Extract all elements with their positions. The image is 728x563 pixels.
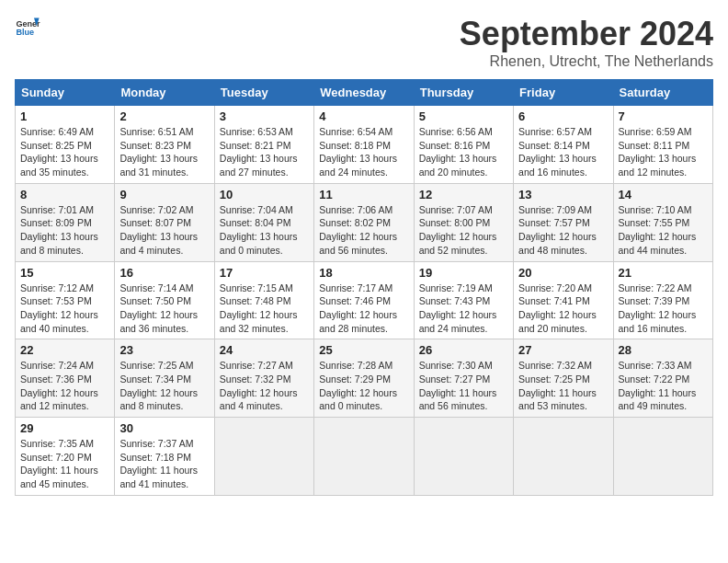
- calendar-cell: 26Sunrise: 7:30 AM Sunset: 7:27 PM Dayli…: [414, 339, 513, 418]
- day-number: 12: [419, 188, 508, 201]
- calendar-cell: 12Sunrise: 7:07 AM Sunset: 8:00 PM Dayli…: [414, 183, 513, 261]
- day-number: 27: [518, 343, 608, 357]
- calendar-cell: 11Sunrise: 7:06 AM Sunset: 8:02 PM Dayli…: [314, 183, 414, 261]
- day-info: Sunrise: 6:56 AM Sunset: 8:16 PM Dayligh…: [419, 125, 508, 179]
- column-header-monday: Monday: [115, 80, 214, 106]
- calendar-cell: 29Sunrise: 7:35 AM Sunset: 7:20 PM Dayli…: [16, 418, 115, 496]
- calendar-cell: 14Sunrise: 7:10 AM Sunset: 7:55 PM Dayli…: [613, 183, 712, 261]
- calendar-cell: 25Sunrise: 7:28 AM Sunset: 7:29 PM Dayli…: [314, 339, 414, 418]
- day-info: Sunrise: 7:01 AM Sunset: 8:09 PM Dayligh…: [20, 203, 109, 258]
- day-number: 22: [20, 343, 109, 357]
- day-info: Sunrise: 7:30 AM Sunset: 7:27 PM Dayligh…: [419, 359, 508, 413]
- calendar-cell: 3Sunrise: 6:53 AM Sunset: 8:21 PM Daylig…: [214, 106, 313, 184]
- header: General Blue September 2024 Rhenen, Utre…: [15, 15, 713, 70]
- day-info: Sunrise: 7:37 AM Sunset: 7:18 PM Dayligh…: [119, 437, 209, 491]
- day-info: Sunrise: 7:25 AM Sunset: 7:34 PM Dayligh…: [119, 359, 209, 413]
- day-info: Sunrise: 7:17 AM Sunset: 7:46 PM Dayligh…: [319, 282, 408, 336]
- day-info: Sunrise: 7:19 AM Sunset: 7:43 PM Dayligh…: [419, 282, 508, 336]
- day-number: 26: [419, 343, 508, 357]
- logo-icon: General Blue: [15, 15, 40, 40]
- calendar-cell: 23Sunrise: 7:25 AM Sunset: 7:34 PM Dayli…: [115, 339, 214, 418]
- day-number: 17: [220, 266, 309, 280]
- day-info: Sunrise: 7:04 AM Sunset: 8:04 PM Dayligh…: [220, 203, 309, 258]
- day-info: Sunrise: 6:59 AM Sunset: 8:11 PM Dayligh…: [619, 125, 708, 179]
- day-number: 14: [619, 188, 708, 201]
- calendar-cell: 4Sunrise: 6:54 AM Sunset: 8:18 PM Daylig…: [314, 106, 414, 184]
- day-number: 28: [619, 343, 708, 357]
- calendar-cell: 24Sunrise: 7:27 AM Sunset: 7:32 PM Dayli…: [214, 339, 313, 418]
- day-number: 3: [220, 109, 309, 123]
- day-number: 6: [518, 109, 608, 123]
- day-info: Sunrise: 7:33 AM Sunset: 7:22 PM Dayligh…: [619, 359, 708, 413]
- month-title: September 2024: [460, 15, 713, 53]
- calendar-cell: 13Sunrise: 7:09 AM Sunset: 7:57 PM Dayli…: [514, 183, 613, 261]
- day-info: Sunrise: 6:53 AM Sunset: 8:21 PM Dayligh…: [220, 125, 309, 179]
- day-info: Sunrise: 7:27 AM Sunset: 7:32 PM Dayligh…: [220, 359, 309, 413]
- day-number: 11: [319, 188, 408, 201]
- column-header-saturday: Saturday: [613, 80, 712, 106]
- day-number: 13: [518, 188, 608, 201]
- calendar-cell: 19Sunrise: 7:19 AM Sunset: 7:43 PM Dayli…: [414, 261, 513, 339]
- day-info: Sunrise: 7:35 AM Sunset: 7:20 PM Dayligh…: [20, 437, 109, 491]
- day-number: 4: [319, 109, 408, 123]
- calendar-cell: 5Sunrise: 6:56 AM Sunset: 8:16 PM Daylig…: [414, 106, 513, 184]
- day-info: Sunrise: 7:32 AM Sunset: 7:25 PM Dayligh…: [518, 359, 608, 413]
- calendar-cell: 27Sunrise: 7:32 AM Sunset: 7:25 PM Dayli…: [514, 339, 613, 418]
- calendar-cell: 16Sunrise: 7:14 AM Sunset: 7:50 PM Dayli…: [115, 261, 214, 339]
- calendar-header-row: SundayMondayTuesdayWednesdayThursdayFrid…: [16, 80, 713, 106]
- day-info: Sunrise: 7:07 AM Sunset: 8:00 PM Dayligh…: [419, 203, 508, 258]
- calendar-week-row: 15Sunrise: 7:12 AM Sunset: 7:53 PM Dayli…: [16, 261, 713, 339]
- calendar-cell: 18Sunrise: 7:17 AM Sunset: 7:46 PM Dayli…: [314, 261, 414, 339]
- day-info: Sunrise: 7:12 AM Sunset: 7:53 PM Dayligh…: [20, 282, 109, 336]
- calendar-cell: 30Sunrise: 7:37 AM Sunset: 7:18 PM Dayli…: [115, 418, 214, 496]
- calendar-table: SundayMondayTuesdayWednesdayThursdayFrid…: [15, 79, 713, 496]
- calendar-cell: 28Sunrise: 7:33 AM Sunset: 7:22 PM Dayli…: [613, 339, 712, 418]
- svg-text:Blue: Blue: [16, 28, 34, 37]
- location-subtitle: Rhenen, Utrecht, The Netherlands: [460, 53, 713, 70]
- calendar-week-row: 1Sunrise: 6:49 AM Sunset: 8:25 PM Daylig…: [16, 106, 713, 184]
- column-header-wednesday: Wednesday: [314, 80, 414, 106]
- column-header-tuesday: Tuesday: [214, 80, 313, 106]
- day-number: 18: [319, 266, 408, 280]
- calendar-cell: [214, 418, 313, 496]
- day-info: Sunrise: 7:24 AM Sunset: 7:36 PM Dayligh…: [20, 359, 109, 413]
- day-number: 16: [119, 266, 209, 280]
- column-header-sunday: Sunday: [16, 80, 115, 106]
- day-number: 1: [20, 109, 109, 123]
- day-info: Sunrise: 6:49 AM Sunset: 8:25 PM Dayligh…: [20, 125, 109, 179]
- day-number: 25: [319, 343, 408, 357]
- calendar-cell: 22Sunrise: 7:24 AM Sunset: 7:36 PM Dayli…: [16, 339, 115, 418]
- calendar-cell: 2Sunrise: 6:51 AM Sunset: 8:23 PM Daylig…: [115, 106, 214, 184]
- calendar-cell: 20Sunrise: 7:20 AM Sunset: 7:41 PM Dayli…: [514, 261, 613, 339]
- calendar-cell: 17Sunrise: 7:15 AM Sunset: 7:48 PM Dayli…: [214, 261, 313, 339]
- column-header-friday: Friday: [514, 80, 613, 106]
- day-info: Sunrise: 7:14 AM Sunset: 7:50 PM Dayligh…: [119, 282, 209, 336]
- calendar-week-row: 8Sunrise: 7:01 AM Sunset: 8:09 PM Daylig…: [16, 183, 713, 261]
- day-number: 9: [119, 188, 209, 201]
- day-info: Sunrise: 7:10 AM Sunset: 7:55 PM Dayligh…: [619, 203, 708, 258]
- calendar-cell: 15Sunrise: 7:12 AM Sunset: 7:53 PM Dayli…: [16, 261, 115, 339]
- column-header-thursday: Thursday: [414, 80, 513, 106]
- day-info: Sunrise: 7:28 AM Sunset: 7:29 PM Dayligh…: [319, 359, 408, 413]
- calendar-body: 1Sunrise: 6:49 AM Sunset: 8:25 PM Daylig…: [16, 106, 713, 496]
- logo: General Blue: [15, 15, 40, 40]
- calendar-cell: 7Sunrise: 6:59 AM Sunset: 8:11 PM Daylig…: [613, 106, 712, 184]
- day-number: 15: [20, 266, 109, 280]
- calendar-cell: [314, 418, 414, 496]
- calendar-week-row: 29Sunrise: 7:35 AM Sunset: 7:20 PM Dayli…: [16, 418, 713, 496]
- day-number: 8: [20, 188, 109, 201]
- calendar-cell: 8Sunrise: 7:01 AM Sunset: 8:09 PM Daylig…: [16, 183, 115, 261]
- day-info: Sunrise: 7:06 AM Sunset: 8:02 PM Dayligh…: [319, 203, 408, 258]
- calendar-week-row: 22Sunrise: 7:24 AM Sunset: 7:36 PM Dayli…: [16, 339, 713, 418]
- day-info: Sunrise: 7:22 AM Sunset: 7:39 PM Dayligh…: [619, 282, 708, 336]
- day-info: Sunrise: 7:02 AM Sunset: 8:07 PM Dayligh…: [119, 203, 209, 258]
- day-info: Sunrise: 7:15 AM Sunset: 7:48 PM Dayligh…: [220, 282, 309, 336]
- calendar-cell: 1Sunrise: 6:49 AM Sunset: 8:25 PM Daylig…: [16, 106, 115, 184]
- day-number: 5: [419, 109, 508, 123]
- day-info: Sunrise: 6:57 AM Sunset: 8:14 PM Dayligh…: [518, 125, 608, 179]
- day-info: Sunrise: 7:09 AM Sunset: 7:57 PM Dayligh…: [518, 203, 608, 258]
- calendar-cell: [514, 418, 613, 496]
- day-info: Sunrise: 6:51 AM Sunset: 8:23 PM Dayligh…: [119, 125, 209, 179]
- day-number: 20: [518, 266, 608, 280]
- day-number: 30: [119, 421, 209, 435]
